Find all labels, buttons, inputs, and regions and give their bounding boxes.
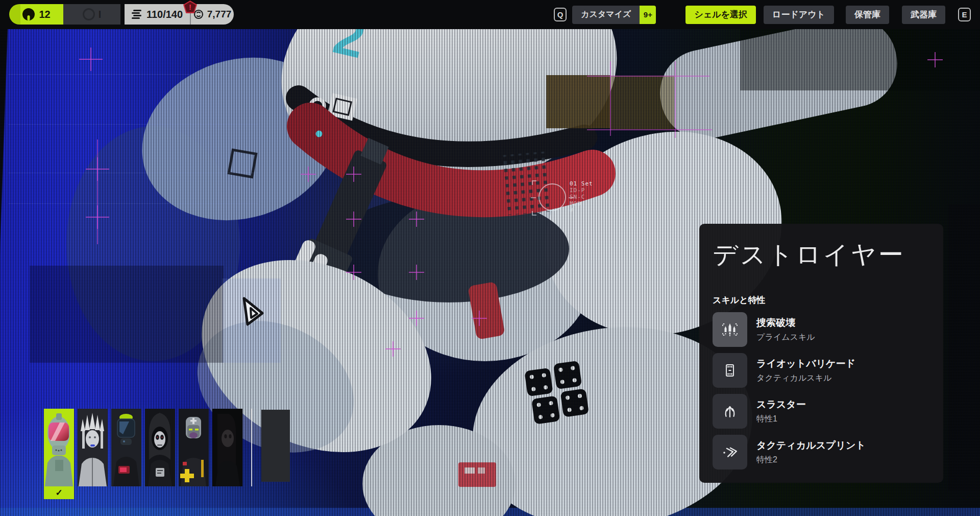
reticle-bracket-icon: [532, 211, 536, 216]
currency-value: 7,777: [207, 9, 232, 20]
spectator-icon: [22, 8, 35, 21]
dimmed-portrait: [212, 409, 242, 486]
glitch-seam: [8, 173, 258, 173]
glitch-block: [30, 266, 224, 363]
skill-name: 捜索破壊: [756, 316, 815, 330]
skill-type: タクティカルスキル: [756, 373, 855, 384]
top-bar: 12 I 110/140 ! 7,: [0, 0, 980, 29]
player-count-value: 12: [39, 9, 50, 20]
key-hint-e: E: [958, 8, 971, 21]
screenhead-robot-portrait: [111, 409, 141, 486]
targeting-reticle: [538, 183, 566, 211]
meter-icon: [132, 10, 143, 19]
hud-callout-line: ID-P: [570, 187, 593, 194]
shell-thumb[interactable]: [111, 409, 141, 486]
skill-type: 特性2: [756, 455, 866, 465]
skill-row-tactical[interactable]: ライオットバリケード タクティカルスキル: [713, 353, 930, 388]
slot-pill[interactable]: I: [63, 4, 120, 25]
skill-tile: [713, 394, 747, 429]
game-screen: 2: [0, 0, 980, 516]
skill-name: タクティカルスプリント: [756, 439, 866, 452]
glitch-seam: [8, 203, 258, 204]
hud-callout-line: SN-C: [570, 194, 593, 200]
hud-callout-line: MOD: [570, 200, 593, 207]
shell-thumb-locked[interactable]: [212, 409, 242, 486]
skill-name: スラスター: [756, 398, 806, 411]
slot-value: I: [99, 9, 102, 20]
glitch-block: [611, 76, 674, 129]
customize-count-badge: 9+: [640, 6, 656, 24]
hud-callout: 01 Set ID-P SN-C MOD #: [570, 180, 593, 214]
grid-line: [587, 129, 712, 130]
glitch-block: [948, 204, 980, 490]
skill-row-trait2[interactable]: タクティカルスプリント 特性2: [713, 435, 930, 470]
reticle-bracket-icon: [532, 180, 536, 185]
thruster-icon: [720, 401, 740, 421]
glitch-seam: [8, 124, 258, 125]
glitch-block: [546, 75, 610, 128]
barricade-icon: [720, 360, 740, 381]
key-hint-q: Q: [554, 8, 567, 21]
page-title: デストロイヤー: [713, 238, 930, 272]
shell-thumb-selected[interactable]: ✓: [44, 409, 74, 499]
cross-robot-portrait: [179, 409, 209, 486]
rockets-icon: [720, 319, 740, 340]
strip-divider: [251, 409, 252, 486]
pilot-helmet-portrait: [44, 409, 74, 486]
circle-icon: [83, 8, 95, 20]
skill-name: ライオットバリケード: [756, 357, 855, 370]
grid-line: [675, 61, 676, 138]
shell-selector-strip: ✓: [44, 409, 242, 499]
spiked-hair-portrait: [78, 409, 108, 486]
player-count-pill[interactable]: 12: [9, 4, 63, 25]
skills-section-label: スキルと特性: [713, 294, 930, 306]
skill-tile: [713, 312, 747, 347]
hooded-portrait: [145, 409, 175, 486]
grid-line: [97, 139, 98, 244]
shell-info-panel: デストロイヤー スキルと特性: [699, 224, 943, 483]
currency-pill[interactable]: 7,777: [191, 4, 234, 25]
empty-shell-slot[interactable]: [261, 410, 290, 482]
skill-type: プライムスキル: [756, 332, 815, 343]
skill-type: 特性1: [756, 414, 806, 425]
armory-button[interactable]: 武器庫: [902, 6, 945, 24]
loadout-button[interactable]: ロードアウト: [764, 6, 834, 24]
capacity-pill[interactable]: 110/140 !: [125, 4, 191, 25]
shell-thumb[interactable]: [179, 409, 209, 486]
customize-button[interactable]: カスタマイズ: [572, 6, 640, 24]
capacity-value: 110/140: [146, 9, 183, 20]
vault-button[interactable]: 保管庫: [846, 6, 889, 24]
grid-line: [587, 76, 709, 77]
hud-callout-line: 01 Set: [570, 180, 593, 187]
customize-group: カスタマイズ 9+: [572, 6, 656, 24]
resource-pill-group: 12 I 110/140 ! 7,: [9, 4, 234, 25]
skill-tile: [713, 435, 747, 470]
mouse-cursor-icon: [242, 297, 265, 327]
shell-thumb[interactable]: [78, 409, 108, 486]
skill-tile: [713, 353, 747, 388]
sprint-icon: [720, 442, 740, 462]
grid-line: [610, 61, 611, 136]
top-actions: Q カスタマイズ 9+ シェルを選択 ロードアウト 保管庫 武器庫 E: [554, 0, 971, 29]
select-shell-button[interactable]: シェルを選択: [685, 6, 756, 24]
shell-thumb[interactable]: [145, 409, 175, 486]
hud-callout-line: #: [570, 207, 593, 214]
skill-row-trait1[interactable]: スラスター 特性1: [713, 394, 930, 429]
glitch-seam: [8, 74, 258, 75]
selected-check-icon: ✓: [44, 486, 74, 499]
skill-row-prime[interactable]: 捜索破壊 プライムスキル: [713, 312, 930, 347]
glitch-block: [740, 29, 980, 90]
